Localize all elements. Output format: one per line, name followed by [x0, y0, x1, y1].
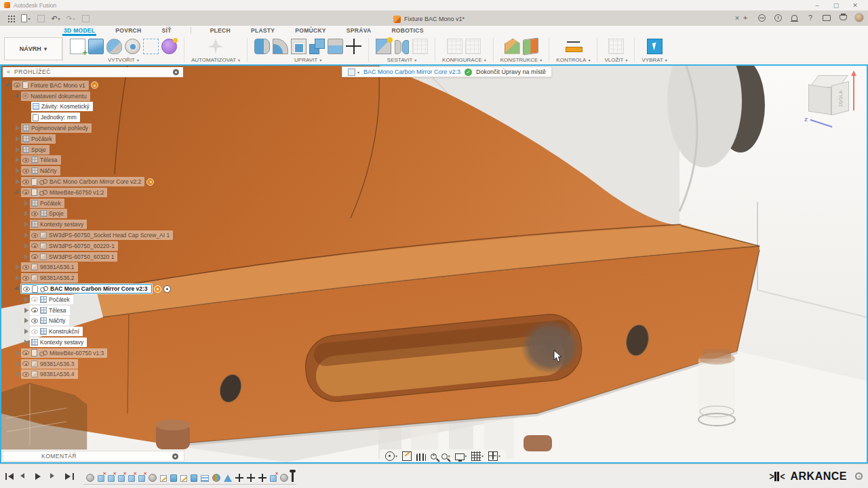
insert-tool-icon[interactable] [608, 39, 624, 54]
timeline-feature-pattern[interactable] [201, 475, 209, 482]
viewport[interactable]: ▾ BAC Mono Carbon Mirror Core v2:3 ✓ Dok… [0, 64, 868, 464]
expander-closed-icon[interactable] [16, 157, 20, 163]
visibility-eye-icon[interactable] [22, 169, 29, 174]
activate-component-icon[interactable] [163, 285, 171, 293]
job-status-icon[interactable] [772, 12, 784, 24]
component-context-icon[interactable] [348, 68, 355, 76]
expander-open-icon[interactable] [5, 82, 12, 89]
tree-row[interactable]: MiteeBite-60750 v1:3 [3, 348, 183, 359]
save-icon[interactable] [34, 12, 47, 24]
tree-row[interactable]: Počátek [3, 294, 183, 305]
tab-plech[interactable]: PLECH [209, 26, 232, 36]
tree-row[interactable]: Tělesa [3, 305, 183, 316]
fillet-tool-icon[interactable] [273, 39, 288, 54]
timeline-feature-compx[interactable] [128, 475, 135, 482]
expander-closed-icon[interactable] [24, 232, 28, 238]
tree-row[interactable]: 98381A536.4 [3, 369, 183, 380]
visibility-eye-icon[interactable] [31, 254, 38, 259]
undo-icon[interactable]: ↶▾ [49, 12, 62, 24]
expander-closed-icon[interactable] [16, 350, 20, 356]
tree-row[interactable]: BAC Mono Carbon Mirror Core v2:3 [3, 283, 183, 294]
step-forward-button[interactable] [50, 472, 59, 481]
table2-tool-icon[interactable] [465, 39, 481, 54]
feedback-icon[interactable] [821, 12, 833, 24]
comment-bar[interactable]: KOMENTÁŘ [3, 451, 184, 462]
tree-row[interactable]: Kontexty sestavy [3, 337, 183, 348]
expander-closed-icon[interactable] [16, 147, 20, 152]
newcomp-tool-icon[interactable] [376, 39, 391, 54]
expander-closed-icon[interactable] [24, 329, 28, 334]
expander-closed-icon[interactable] [16, 371, 20, 377]
hole-tool-icon[interactable] [125, 39, 140, 54]
visibility-eye-icon[interactable] [31, 211, 38, 216]
profile-avatar[interactable] [853, 12, 865, 24]
play-button[interactable] [35, 472, 44, 481]
form-tool-icon[interactable] [161, 39, 177, 54]
grid-nav-icon[interactable]: ▾ [471, 451, 484, 461]
timeline-feature-form[interactable] [86, 474, 94, 482]
expander-closed-icon[interactable] [16, 361, 20, 367]
split-tool-icon[interactable] [328, 39, 343, 54]
orbit-nav-icon[interactable]: ▾ [385, 451, 397, 461]
notifications-icon[interactable] [788, 12, 800, 24]
visibility-eye-icon[interactable] [22, 190, 29, 195]
upload-icon[interactable] [79, 12, 92, 24]
new-tab-icon[interactable]: + [739, 12, 751, 24]
revolve-tool-icon[interactable] [106, 39, 122, 54]
expander-closed-icon[interactable] [24, 297, 28, 302]
visibility-eye-icon[interactable] [22, 158, 29, 163]
zoom-nav-icon[interactable] [431, 453, 437, 460]
group-label-upravit[interactable]: UPRAVIT▾ [294, 57, 321, 63]
tree-row[interactable]: Pojmenované pohledy [3, 123, 183, 134]
combine-tool-icon[interactable] [309, 39, 325, 54]
fit-nav-icon[interactable]: ▾ [441, 453, 450, 460]
expander-open-icon[interactable] [14, 285, 21, 292]
timeline-feature-compx[interactable] [138, 475, 145, 482]
visibility-eye-icon[interactable] [22, 372, 29, 377]
expander-closed-icon[interactable] [24, 211, 28, 216]
timeline-feature-appearance[interactable] [212, 474, 220, 482]
expander-open-icon[interactable] [14, 189, 21, 196]
panel-options-icon[interactable] [173, 69, 179, 75]
help-icon[interactable]: ? [804, 12, 816, 24]
display-nav-icon[interactable]: ▾ [455, 453, 467, 460]
expander-closed-icon[interactable] [24, 318, 28, 323]
view-cube[interactable]: ZDOLA Z [806, 70, 859, 128]
group-label-vložit[interactable]: VLOŽIT▾ [604, 57, 627, 63]
tree-row[interactable]: Konstrukční [3, 326, 183, 337]
skip-start-button[interactable] [5, 472, 14, 481]
comment-options-icon[interactable] [172, 453, 178, 460]
expander-closed-icon[interactable] [24, 243, 28, 249]
visibility-eye-icon[interactable] [23, 287, 30, 291]
automate-tool-icon[interactable] [208, 39, 224, 54]
measure-tool-icon[interactable] [566, 39, 581, 54]
sketch-tool-icon[interactable] [70, 39, 85, 54]
tree-row[interactable]: Spoje [3, 144, 183, 155]
visibility-eye-icon[interactable] [31, 233, 38, 238]
visibility-eye-icon[interactable] [22, 276, 29, 281]
expander-closed-icon[interactable] [16, 136, 20, 142]
timeline-feature-extrude[interactable] [170, 474, 177, 482]
group-label-automatizovat[interactable]: AUTOMATIZOVAT▾ [191, 57, 240, 63]
expander-closed-icon[interactable] [16, 179, 20, 184]
expander-closed-icon[interactable] [16, 125, 20, 131]
extrude-tool-icon[interactable] [88, 39, 104, 54]
tree-row[interactable]: Kontexty sestavy [3, 219, 183, 230]
tree-row[interactable]: Náčrty [3, 316, 183, 327]
tree-row[interactable]: 98381A536.3 [3, 359, 183, 369]
tree-row[interactable]: Náčrty [3, 165, 183, 176]
timeline-feature-compx[interactable] [98, 475, 104, 482]
timeline-feature-compx[interactable] [270, 475, 277, 482]
timeline-feature-compx[interactable] [108, 475, 115, 482]
expander-closed-icon[interactable] [24, 308, 28, 313]
group-label-konstrukce[interactable]: KONSTRUKCE▾ [500, 57, 542, 63]
move-tool-icon[interactable] [346, 39, 361, 54]
tab-síť[interactable]: SÍŤ [161, 26, 173, 36]
tree-row[interactable]: SW3dPS-60750_Socket Head Cap Screw_AI 1 [3, 230, 183, 241]
tab-3d-model[interactable]: 3D MODEL [62, 26, 96, 36]
visibility-eye-icon[interactable] [14, 83, 20, 87]
joint-tool-icon[interactable] [394, 39, 410, 54]
group-label-vybrat[interactable]: VYBRAT▾ [642, 57, 667, 63]
presspull-tool-icon[interactable] [254, 39, 270, 54]
timeline-feature-extrude[interactable] [191, 474, 197, 482]
